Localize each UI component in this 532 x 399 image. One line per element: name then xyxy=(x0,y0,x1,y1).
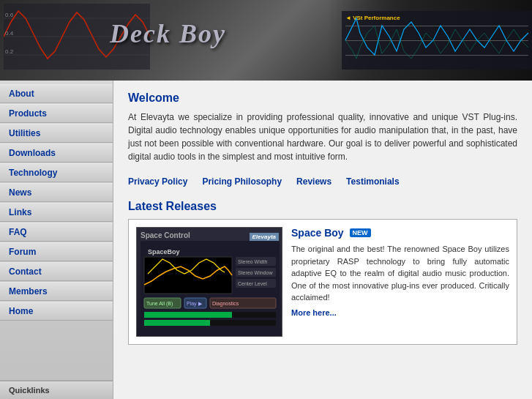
svg-rect-10 xyxy=(345,40,528,41)
svg-rect-9 xyxy=(345,26,528,26)
svg-text:◄ VSt Performance: ◄ VSt Performance xyxy=(345,15,400,21)
sidebar-item-home[interactable]: Home xyxy=(0,302,113,321)
product-info: Space Boy NEW The original and the best!… xyxy=(291,227,509,337)
svg-rect-11 xyxy=(345,55,528,56)
sidebar-item-forum[interactable]: Forum xyxy=(0,242,113,261)
sidebar-item-links[interactable]: Links xyxy=(0,203,113,222)
svg-text:Diagnostics: Diagnostics xyxy=(212,301,239,307)
product-name: Space Boy xyxy=(291,227,344,239)
welcome-text: At Elevayta we specialize in providing p… xyxy=(128,111,517,163)
product-card: Space Control Elevayta SpaceBoy xyxy=(128,219,517,345)
sidebar-item-members[interactable]: Members xyxy=(0,282,113,301)
banner-graphic: 0.6 0.4 0.2 Deck Boy ◄ VSt Performance xyxy=(0,0,532,81)
sidebar-item-products[interactable]: Products xyxy=(0,104,113,123)
product-image-label: Space Control xyxy=(141,231,190,239)
more-link[interactable]: More here... xyxy=(291,308,509,317)
brand-logo: Elevayta xyxy=(250,231,279,241)
new-badge: NEW xyxy=(350,228,371,237)
product-image: Space Control Elevayta SpaceBoy xyxy=(136,227,282,337)
sidebar-item-downloads[interactable]: Downloads xyxy=(0,143,113,163)
pricing-philosophy-link[interactable]: Pricing Philosophy xyxy=(202,176,282,187)
svg-rect-28 xyxy=(144,312,232,318)
svg-rect-30 xyxy=(144,320,210,326)
sidebar-item-news[interactable]: News xyxy=(0,183,113,202)
sidebar-item-contact[interactable]: Contact xyxy=(0,262,113,281)
banner-waveform-right: ◄ VSt Performance xyxy=(342,11,532,70)
svg-text:Play ▶: Play ▶ xyxy=(187,301,203,307)
sidebar: About Products Utilities Downloads Techn… xyxy=(0,81,113,399)
banner-right: ◄ VSt Performance xyxy=(327,0,532,81)
svg-text:Stereo Width: Stereo Width xyxy=(238,259,268,264)
quicklinks-label: Quicklinks xyxy=(0,380,113,399)
sidebar-item-about[interactable]: About xyxy=(0,84,113,103)
svg-text:Stereo Window: Stereo Window xyxy=(238,270,273,275)
links-bar: Privacy Policy Pricing Philosophy Review… xyxy=(128,172,517,191)
svg-text:0.2: 0.2 xyxy=(5,48,14,55)
sidebar-item-utilities[interactable]: Utilities xyxy=(0,124,113,143)
welcome-title: Welcome xyxy=(128,92,517,105)
svg-text:SpaceBoy: SpaceBoy xyxy=(148,248,180,256)
sidebar-item-faq[interactable]: FAQ xyxy=(0,223,113,242)
content-area: Welcome At Elevayta we specialize in pro… xyxy=(113,81,532,399)
reviews-link[interactable]: Reviews xyxy=(296,176,331,187)
privacy-policy-link[interactable]: Privacy Policy xyxy=(128,176,187,187)
plugin-ui-graphic: SpaceBoy Stereo Width Stereo Window Cent… xyxy=(141,241,280,336)
svg-rect-14 xyxy=(144,257,232,294)
sidebar-item-technology[interactable]: Technology xyxy=(0,163,113,182)
svg-text:Tune All (B): Tune All (B) xyxy=(146,301,173,307)
svg-text:0.4: 0.4 xyxy=(5,30,14,37)
product-description: The original and the best! The renowned … xyxy=(291,243,509,304)
main-layout: About Products Utilities Downloads Techn… xyxy=(0,81,532,399)
header-banner: 0.6 0.4 0.2 Deck Boy ◄ VSt Performance xyxy=(0,0,532,81)
deckboy-title: Deck Boy xyxy=(110,18,226,49)
svg-text:Center Level: Center Level xyxy=(238,281,267,286)
testimonials-link[interactable]: Testimonials xyxy=(346,176,399,187)
latest-releases-title: Latest Releases xyxy=(128,200,517,213)
product-title-row: Space Boy NEW xyxy=(291,227,509,239)
svg-text:0.6: 0.6 xyxy=(5,12,14,18)
